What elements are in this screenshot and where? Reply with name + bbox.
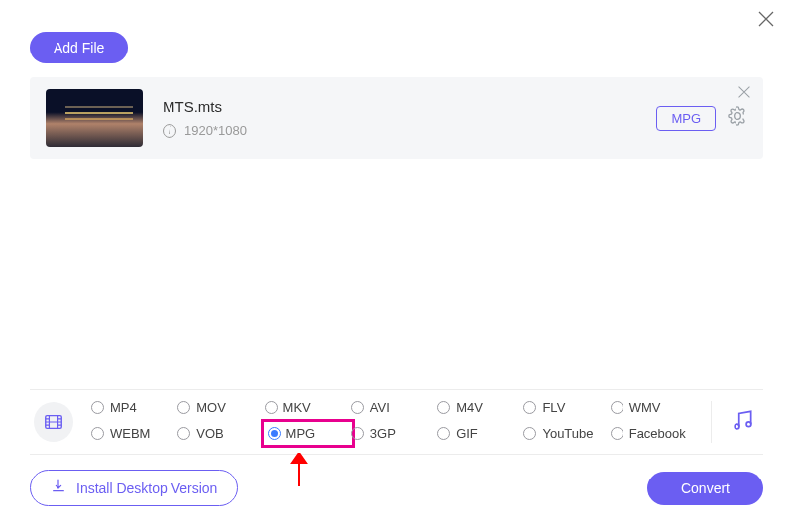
panel-divider	[711, 401, 712, 443]
radio-icon	[91, 401, 104, 414]
close-app-icon[interactable]	[757, 10, 775, 32]
file-info: MTS.mts i 1920*1080	[163, 98, 656, 138]
install-label: Install Desktop Version	[76, 480, 217, 496]
remove-file-icon[interactable]	[737, 85, 751, 103]
install-desktop-button[interactable]: Install Desktop Version	[30, 470, 238, 506]
convert-button[interactable]: Convert	[647, 472, 763, 505]
format-label: M4V	[456, 400, 483, 415]
svg-point-2	[746, 422, 751, 427]
file-card: MTS.mts i 1920*1080 MPG	[30, 77, 763, 159]
radio-icon	[351, 427, 364, 440]
radio-icon	[268, 427, 281, 440]
radio-icon	[265, 401, 278, 414]
format-panel: MP4 MOV MKV AVI M4V FLV WMV WEBM VOB MPG…	[30, 389, 763, 455]
bottom-bar: Install Desktop Version Convert	[30, 470, 763, 506]
format-grid: MP4 MOV MKV AVI M4V FLV WMV WEBM VOB MPG…	[91, 400, 693, 444]
format-label: MOV	[196, 400, 226, 415]
format-label: GIF	[456, 426, 478, 441]
radio-icon	[177, 401, 190, 414]
annotation-arrow-icon	[290, 453, 308, 490]
format-option-mov[interactable]: MOV	[177, 400, 260, 415]
radio-icon	[437, 427, 450, 440]
format-option-m4v[interactable]: M4V	[437, 400, 519, 415]
format-label: WEBM	[110, 426, 150, 441]
format-label: YouTube	[542, 426, 593, 441]
radio-icon	[91, 427, 104, 440]
target-format-button[interactable]: MPG	[656, 106, 716, 131]
add-file-button[interactable]: Add File	[30, 32, 128, 63]
radio-icon	[611, 401, 623, 414]
download-icon	[51, 479, 66, 497]
format-option-avi[interactable]: AVI	[351, 400, 433, 415]
format-label: MKV	[283, 400, 311, 415]
video-category-icon[interactable]	[34, 402, 73, 442]
format-option-mkv[interactable]: MKV	[265, 400, 347, 415]
format-option-mp4[interactable]: MP4	[91, 400, 173, 415]
file-thumbnail	[46, 89, 143, 147]
format-label: VOB	[196, 426, 223, 441]
format-label: MPG	[286, 426, 316, 441]
svg-point-1	[735, 424, 739, 429]
format-option-wmv[interactable]: WMV	[611, 400, 693, 415]
format-label: WMV	[629, 400, 661, 415]
format-label: FLV	[542, 400, 565, 415]
format-label: MP4	[110, 400, 137, 415]
gear-icon[interactable]	[728, 106, 747, 130]
audio-category-icon[interactable]	[730, 407, 755, 437]
format-label: Facebook	[629, 426, 686, 441]
format-option-mpg[interactable]: MPG	[261, 419, 355, 448]
radio-icon	[177, 427, 190, 440]
format-label: 3GP	[370, 426, 396, 441]
format-option-youtube[interactable]: YouTube	[523, 423, 606, 444]
info-icon: i	[163, 124, 176, 138]
radio-icon	[523, 427, 536, 440]
format-label: AVI	[370, 400, 390, 415]
file-resolution: 1920*1080	[184, 123, 247, 138]
format-option-3gp[interactable]: 3GP	[351, 423, 433, 444]
radio-icon	[523, 401, 536, 414]
format-option-webm[interactable]: WEBM	[91, 423, 173, 444]
file-name: MTS.mts	[163, 98, 656, 115]
radio-icon	[351, 401, 364, 414]
format-option-gif[interactable]: GIF	[437, 423, 519, 444]
radio-icon	[611, 427, 623, 440]
format-option-facebook[interactable]: Facebook	[611, 423, 693, 444]
format-option-vob[interactable]: VOB	[177, 423, 260, 444]
radio-icon	[437, 401, 450, 414]
format-option-flv[interactable]: FLV	[523, 400, 606, 415]
